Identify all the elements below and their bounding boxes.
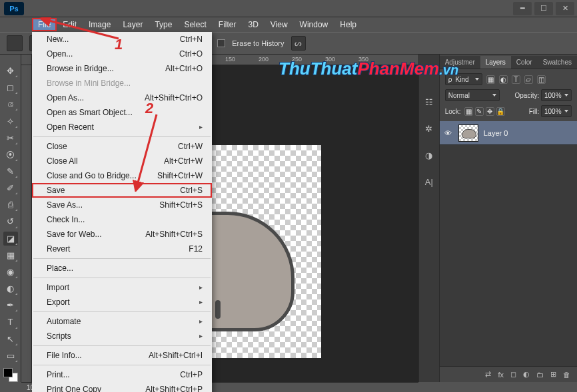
brush-tool[interactable]: ✐	[3, 181, 18, 195]
right-panels: ☷ ✲ ◑ A| Adjustmer Layers Color Swatches…	[418, 55, 577, 382]
menu-item-save[interactable]: SaveCtrl+S	[32, 183, 212, 198]
minimize-button[interactable]: ━	[513, 2, 532, 15]
menu-item-file-info[interactable]: File Info...Alt+Shift+Ctrl+I	[32, 348, 212, 363]
menu-item-close-and-go-to-bridge[interactable]: Close and Go to Bridge...Shift+Ctrl+W	[32, 168, 212, 183]
menu-item-browse-in-mini-bridge: Browse in Mini Bridge...	[32, 76, 212, 91]
lock-all-icon[interactable]: 🔒	[496, 107, 505, 116]
menu-item-save-for-web[interactable]: Save for Web...Alt+Shift+Ctrl+S	[32, 227, 212, 242]
menu-item-scripts[interactable]: Scripts	[32, 329, 212, 343]
menu-edit[interactable]: Edit	[57, 18, 83, 31]
menu-item-open-recent[interactable]: Open Recent	[32, 120, 212, 134]
menu-item-check-in[interactable]: Check In...	[32, 212, 212, 227]
move-tool[interactable]: ✥	[3, 64, 18, 78]
menu-item-open-as[interactable]: Open As...Alt+Shift+Ctrl+O	[32, 91, 212, 105]
properties-panel-icon[interactable]: ✲	[422, 121, 436, 136]
tab-layers[interactable]: Layers	[480, 56, 511, 69]
maximize-button[interactable]: ☐	[534, 2, 553, 15]
rectangle-tool[interactable]: ▭	[3, 349, 18, 363]
gradient-tool[interactable]: ▦	[3, 248, 18, 262]
tab-swatches[interactable]: Swatches	[538, 56, 577, 69]
tablet-pressure-icon[interactable]: ᔕ	[291, 36, 306, 51]
menu-item-automate[interactable]: Automate	[32, 314, 212, 329]
layer-row[interactable]: 👁 Layer 0	[440, 121, 577, 145]
dodge-tool[interactable]: ◐	[3, 282, 18, 295]
menu-item-print[interactable]: Print...Ctrl+P	[32, 367, 212, 382]
menu-filter[interactable]: Filter	[213, 18, 243, 31]
menu-item-place[interactable]: Place...	[32, 261, 212, 276]
healing-brush-tool[interactable]: ✎	[3, 164, 18, 178]
lock-pixels-icon[interactable]: ✎	[475, 107, 484, 116]
tool-preset-picker[interactable]	[7, 35, 23, 51]
delete-layer-icon[interactable]: 🗑	[563, 371, 570, 379]
file-menu-dropdown: New...Ctrl+NOpen...Ctrl+OBrowse in Bridg…	[32, 32, 212, 392]
menu-item-browse-in-bridge[interactable]: Browse in Bridge...Alt+Ctrl+O	[32, 61, 212, 76]
menu-type[interactable]: Type	[149, 18, 178, 31]
opacity-input[interactable]: 100%	[541, 89, 572, 101]
group-icon[interactable]: 🗀	[536, 371, 544, 379]
lock-position-icon[interactable]: ✥	[486, 107, 494, 116]
visibility-eye-icon[interactable]: 👁	[444, 129, 453, 137]
menu-file[interactable]: File	[32, 18, 57, 31]
type-tool[interactable]: T	[3, 315, 18, 329]
title-bar: Ps ━ ☐ ✕	[0, 0, 577, 17]
filter-smart-icon[interactable]: ◫	[537, 75, 546, 84]
lasso-tool[interactable]: ⟃	[3, 97, 18, 111]
menu-image[interactable]: Image	[83, 18, 117, 31]
filter-type-icon[interactable]: T	[512, 75, 520, 84]
character-panel-icon[interactable]: ◑	[422, 148, 436, 162]
menu-select[interactable]: Select	[178, 18, 212, 31]
eyedropper-tool[interactable]: ⦿	[3, 148, 18, 162]
menu-item-close-all[interactable]: Close AllAlt+Ctrl+W	[32, 154, 212, 168]
blend-mode-dropdown[interactable]: Normal	[445, 89, 500, 101]
app-icon: Ps	[4, 2, 24, 15]
menu-layer[interactable]: Layer	[117, 18, 149, 31]
layer-thumbnail[interactable]	[458, 124, 478, 142]
pen-tool[interactable]: ✒	[3, 298, 18, 312]
menu-item-save-as[interactable]: Save As...Shift+Ctrl+S	[32, 198, 212, 212]
filter-adjust-icon[interactable]: ◐	[499, 75, 508, 84]
filter-shape-icon[interactable]: ▱	[524, 75, 533, 84]
layer-kind-filter[interactable]: ρ Kind	[445, 73, 482, 85]
magic-wand-tool[interactable]: ✧	[3, 114, 18, 128]
toolbox: ✥ ◻ ⟃ ✧ ✂ ⦿ ✎ ✐ ⎙ ↺ ◪ ▦ ◉ ◐ ✒ T ↖ ▭	[0, 55, 21, 382]
new-layer-icon[interactable]: ⊞	[550, 370, 556, 379]
crop-tool[interactable]: ✂	[3, 131, 18, 145]
menu-help[interactable]: Help	[334, 18, 362, 31]
menu-item-revert[interactable]: RevertF12	[32, 242, 212, 256]
layers-footer: ⇄ fx ◻ ◐ 🗀 ⊞ 🗑	[440, 366, 577, 382]
tab-adjustments[interactable]: Adjustmer	[440, 56, 480, 69]
close-button[interactable]: ✕	[556, 2, 574, 15]
blur-tool[interactable]: ◉	[3, 265, 18, 279]
adjustment-layer-icon[interactable]: ◐	[523, 370, 530, 379]
lock-transparency-icon[interactable]: ▦	[464, 107, 473, 116]
layer-name[interactable]: Layer 0	[484, 129, 508, 137]
history-panel-icon[interactable]: ☷	[422, 95, 436, 109]
menu-window[interactable]: Window	[294, 18, 334, 31]
opacity-label: Opacity:	[515, 92, 540, 99]
filter-pixel-icon[interactable]: ▦	[486, 75, 495, 84]
paragraph-panel-icon[interactable]: A|	[422, 174, 436, 189]
erase-history-checkbox[interactable]	[217, 39, 225, 47]
panel-tabs: Adjustmer Layers Color Swatches	[440, 55, 577, 69]
marquee-tool[interactable]: ◻	[3, 81, 18, 95]
menu-item-print-one-copy[interactable]: Print One CopyAlt+Shift+Ctrl+P	[32, 382, 212, 392]
menu-view[interactable]: View	[265, 18, 294, 31]
annotation-step-1: 1	[115, 36, 123, 53]
menu-item-export[interactable]: Export	[32, 295, 212, 309]
menu-item-open-as-smart-object[interactable]: Open as Smart Object...	[32, 105, 212, 120]
tab-color[interactable]: Color	[511, 56, 538, 69]
layer-mask-icon[interactable]: ◻	[510, 370, 516, 379]
layer-style-icon[interactable]: fx	[498, 371, 504, 379]
panel-dock: ☷ ✲ ◑ A|	[419, 55, 440, 382]
menu-item-import[interactable]: Import	[32, 280, 212, 295]
menu-3d[interactable]: 3D	[242, 18, 264, 31]
menu-item-close[interactable]: CloseCtrl+W	[32, 139, 212, 154]
clone-stamp-tool[interactable]: ⎙	[3, 198, 18, 212]
eraser-tool[interactable]: ◪	[3, 232, 18, 246]
link-layers-icon[interactable]: ⇄	[485, 370, 491, 379]
color-swatch[interactable]	[3, 368, 18, 382]
fill-input[interactable]: 100%	[541, 105, 572, 117]
path-selection-tool[interactable]: ↖	[3, 332, 18, 346]
erase-history-label: Erase to History	[232, 39, 284, 47]
history-brush-tool[interactable]: ↺	[3, 214, 18, 228]
